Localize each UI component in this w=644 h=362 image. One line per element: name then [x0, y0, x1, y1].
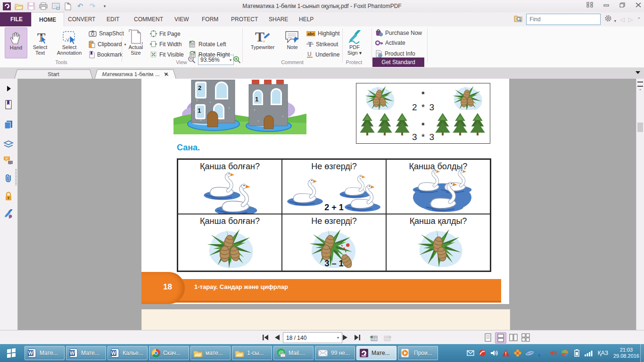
- tab-form[interactable]: FORM: [194, 12, 226, 26]
- minimize-icon[interactable]: [603, 1, 609, 9]
- next-page-button[interactable]: [340, 333, 350, 342]
- zoom-in-icon[interactable]: [233, 56, 241, 66]
- hand-tool-button[interactable]: Hand: [5, 27, 27, 58]
- tab-share[interactable]: SHARE: [261, 12, 296, 26]
- signature-panel-icon[interactable]: [3, 209, 14, 219]
- rotate-left-button[interactable]: Rotate Left: [189, 41, 226, 48]
- select-text-button[interactable]: T Select Text: [28, 27, 52, 58]
- actual-size-button[interactable]: Actual Size: [124, 27, 147, 58]
- tray-volume-icon[interactable]: [490, 349, 498, 357]
- scrollbar-thumb[interactable]: [637, 123, 643, 132]
- cone-branch-left: [362, 84, 396, 110]
- taskbar-foxit-active[interactable]: PDF Мате...: [356, 346, 396, 360]
- fit-visible-button[interactable]: Fit Visible: [150, 51, 184, 58]
- svg-text:!: !: [505, 351, 507, 356]
- language-indicator[interactable]: ҚАЗ: [596, 350, 610, 356]
- find-options-gear-icon[interactable]: ▾: [604, 15, 616, 24]
- taskbar-word-doc-1[interactable]: W Мате...: [25, 346, 65, 360]
- tab-protect[interactable]: PROTECT: [223, 12, 265, 26]
- tray-daemon-icon[interactable]: [561, 349, 569, 357]
- vertical-scrollbar[interactable]: ⌃: [636, 79, 644, 330]
- get-standard-button[interactable]: Get Standard: [372, 58, 424, 67]
- tray-mail-icon[interactable]: [467, 349, 475, 357]
- bookmarks-panel-icon[interactable]: [3, 99, 14, 110]
- last-page-button[interactable]: [353, 333, 362, 342]
- split-view-handle[interactable]: [637, 82, 643, 87]
- sidebar-resize-handle[interactable]: [15, 169, 17, 185]
- pdf-page-19-top[interactable]: [141, 309, 510, 331]
- fit-page-button[interactable]: Fit Page: [150, 30, 181, 37]
- tab-convert[interactable]: CONVERT: [60, 12, 103, 26]
- search-folder-icon[interactable]: [514, 15, 522, 24]
- tray-updater-icon[interactable]: [514, 349, 522, 357]
- page-number-combo[interactable]: 18 / 140▾: [283, 332, 342, 343]
- underline-button[interactable]: U Underline: [306, 51, 339, 58]
- pdf-page-18[interactable]: 2 1 1 * 2 * 3 * 3 * 3 Сана. Қанша болған…: [141, 79, 509, 304]
- find-previous-icon[interactable]: ◁: [620, 16, 625, 23]
- fit-width-button[interactable]: Fit Width: [150, 41, 182, 48]
- taskbar-media-player[interactable]: Прои...: [398, 346, 438, 360]
- close-icon[interactable]: [636, 1, 641, 9]
- pages-panel-icon[interactable]: [3, 119, 14, 130]
- start-button[interactable]: [0, 344, 23, 362]
- pdf-sign-button[interactable]: PDF Sign ▾: [344, 27, 365, 58]
- doc-tab-close-icon[interactable]: ✕: [163, 72, 169, 78]
- scroll-up-icon[interactable]: ⌃: [638, 89, 643, 93]
- product-info-button[interactable]: Product Info: [375, 50, 415, 58]
- tab-list-dropdown-icon[interactable]: [636, 71, 640, 74]
- tray-battery-icon[interactable]: [573, 349, 581, 357]
- tray-antivirus-icon[interactable]: [479, 349, 487, 357]
- highlight-button[interactable]: abc Highlight: [306, 30, 340, 37]
- layers-panel-icon[interactable]: [3, 139, 14, 149]
- note-button[interactable]: Note: [282, 27, 303, 58]
- first-page-button[interactable]: [260, 333, 270, 342]
- previous-page-button[interactable]: [272, 333, 282, 342]
- collapse-ribbon-icon[interactable]: ⌃: [637, 16, 641, 23]
- next-view-button[interactable]: [383, 333, 392, 342]
- find-next-icon[interactable]: ▷: [628, 16, 633, 23]
- tab-view[interactable]: VIEW: [167, 12, 197, 26]
- strikeout-button[interactable]: T Strikeout: [306, 41, 338, 48]
- tab-home[interactable]: HOME: [31, 12, 64, 27]
- single-page-view-icon[interactable]: [483, 332, 493, 343]
- tab-help[interactable]: HELP: [291, 12, 321, 26]
- tab-comment[interactable]: COMMENT: [126, 12, 171, 26]
- show-desktop-button[interactable]: [640, 344, 644, 362]
- doc-tab-start[interactable]: Start: [14, 69, 93, 79]
- taskbar-chrome[interactable]: Скач...: [149, 346, 189, 360]
- tray-audio-manager-icon[interactable]: [549, 349, 557, 357]
- clipboard-button[interactable]: Clipboard▾: [89, 41, 126, 48]
- activate-button[interactable]: Activate: [375, 40, 405, 46]
- continuous-facing-view-icon[interactable]: [520, 332, 531, 343]
- restore-icon[interactable]: [619, 1, 625, 9]
- tab-edit[interactable]: EDIT: [99, 12, 127, 26]
- tray-assistant-icon[interactable]: ?: [537, 349, 545, 357]
- tray-planet-icon[interactable]: [526, 349, 534, 357]
- facing-view-icon[interactable]: [508, 332, 519, 343]
- taskbar-folder-2[interactable]: 1-сы...: [232, 346, 272, 360]
- typewriter-button[interactable]: T Typewriter: [245, 27, 280, 58]
- rotate-right-button[interactable]: Rotate Right: [189, 51, 230, 58]
- comments-panel-icon[interactable]: [3, 155, 14, 165]
- clock[interactable]: 21:03 29.08.2016: [613, 347, 639, 359]
- find-input[interactable]: [528, 16, 603, 23]
- previous-view-button[interactable]: [369, 333, 378, 342]
- continuous-view-icon[interactable]: [495, 332, 506, 344]
- bookmark-button[interactable]: Bookmark: [89, 51, 123, 58]
- tray-warning-icon[interactable]: !: [502, 349, 510, 357]
- select-annotation-button[interactable]: Select Annotation: [54, 27, 85, 58]
- arrange-windows-icon[interactable]: [586, 1, 593, 9]
- snapshot-button[interactable]: SnapShot: [89, 30, 124, 37]
- tray-network-signal-icon[interactable]: [585, 349, 593, 357]
- taskbar-folder-1[interactable]: мате...: [190, 346, 231, 360]
- attachments-panel-icon[interactable]: [3, 173, 14, 183]
- doc-tab-document[interactable]: Математика 1-бөлім ... ✕: [94, 69, 176, 79]
- security-panel-icon[interactable]: [3, 191, 14, 201]
- taskbar-word-doc-3[interactable]: W Калье...: [107, 346, 148, 360]
- expand-panel-icon[interactable]: [3, 83, 14, 94]
- taskbar-mail-message[interactable]: 99 не...: [315, 346, 355, 360]
- taskbar-mailru-agent[interactable]: @ Mail....: [273, 346, 314, 360]
- purchase-now-button[interactable]: Purchase Now: [375, 29, 422, 36]
- taskbar-word-doc-2[interactable]: W Мате...: [66, 346, 106, 360]
- tab-file[interactable]: FILE: [0, 12, 33, 26]
